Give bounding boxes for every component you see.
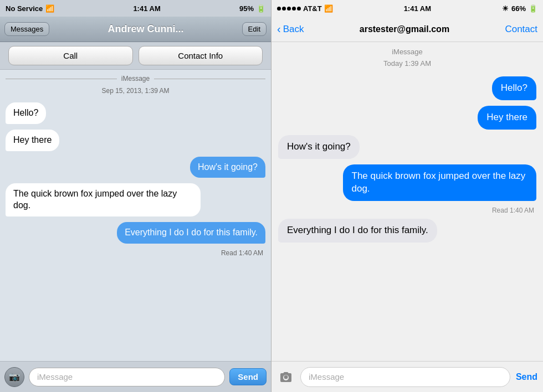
right-imessage-label: iMessage [278, 48, 536, 56]
dot-1 [277, 7, 281, 11]
right-time: 1:41 AM [404, 4, 431, 13]
left-message-row-5: Everything I do I do for this family. [6, 222, 265, 244]
contact-button-right[interactable]: Contact [505, 24, 537, 35]
right-bubble-1: Hello? [492, 76, 536, 100]
chevron-left-icon: ‹ [277, 23, 281, 35]
back-label: Back [283, 24, 304, 35]
dot-4 [292, 7, 296, 11]
right-bubble-4: The quick brown fox jumped over the lazy… [343, 164, 537, 201]
right-message-row-4: The quick brown fox jumped over the lazy… [278, 164, 536, 201]
call-button[interactable]: Call [8, 46, 133, 65]
edit-button-left[interactable]: Edit [242, 22, 267, 36]
right-contact-email: arstester@gmail.com [360, 24, 449, 34]
left-contact-name: Andrew Cunni... [107, 23, 183, 35]
right-message-row-2: Hey there [278, 106, 536, 130]
left-status-left: No Service 📶 [6, 4, 54, 13]
left-bubble-1: Hello? [6, 102, 46, 124]
right-status-left: AT&T 📶 [277, 4, 333, 13]
dot-2 [282, 7, 286, 11]
right-read-status: Read 1:40 AM [278, 207, 534, 214]
right-input-bar: iMessage Send [272, 361, 543, 392]
left-bubble-2: Hey there [6, 130, 59, 151]
no-service-text: No Service [6, 4, 43, 13]
battery-icon-left: 🔋 [257, 4, 265, 13]
left-message-row-2: Hey there [6, 130, 265, 151]
wifi-icon-right: 📶 [324, 4, 333, 13]
right-bubble-5: Everything I do I do for this family. [278, 219, 437, 243]
left-phone: No Service 📶 1:41 AM 95% 🔋 Messages Andr… [0, 0, 272, 392]
signal-dots [277, 7, 301, 11]
left-bubble-4: The quick brown fox jumped over the lazy… [6, 183, 201, 216]
left-battery-text: 95% [239, 4, 254, 13]
left-timestamp: Sep 15, 2013, 1:39 AM [6, 87, 265, 95]
wifi-icon-left: 📶 [45, 4, 54, 13]
left-action-bar: Call Contact Info [0, 42, 271, 70]
right-timestamp: Today 1:39 AM [278, 59, 536, 68]
left-status-bar: No Service 📶 1:41 AM 95% 🔋 [0, 0, 271, 17]
left-message-row-1: Hello? [6, 102, 265, 124]
back-button-right[interactable]: ‹ Back [277, 23, 304, 35]
right-nav-bar: ‹ Back arstester@gmail.com Contact [272, 17, 543, 42]
battery-icon-right: 🔋 [529, 4, 537, 13]
right-battery-text: 66% [511, 4, 526, 13]
messages-back-button[interactable]: Messages [4, 22, 49, 36]
camera-icon [279, 370, 293, 384]
left-messages-area: iMessage Sep 15, 2013, 1:39 AM Hello? He… [0, 70, 271, 361]
left-bubble-3: How's it going? [190, 157, 265, 178]
right-phone: AT&T 📶 1:41 AM ☀ 66% 🔋 ‹ Back arstester@… [272, 0, 543, 392]
left-read-status: Read 1:40 AM [6, 249, 263, 257]
right-message-input[interactable]: iMessage [300, 367, 510, 387]
left-bubble-5: Everything I do I do for this family. [117, 222, 265, 244]
right-message-row-5: Everything I do I do for this family. [278, 219, 536, 243]
right-status-right: ☀ 66% 🔋 [502, 4, 537, 13]
left-message-row-3: How's it going? [6, 157, 265, 178]
right-bubble-2: Hey there [478, 106, 536, 130]
camera-button-right[interactable] [277, 368, 295, 386]
left-message-row-4: The quick brown fox jumped over the lazy… [6, 183, 265, 216]
camera-button-left[interactable]: 📷 [4, 367, 24, 387]
left-input-bar: 📷 iMessage Send [0, 361, 271, 392]
right-message-row-1: Hello? [278, 76, 536, 100]
left-status-right: 95% 🔋 [239, 4, 265, 13]
right-bubble-3: How's it going? [278, 135, 360, 159]
dot-3 [287, 7, 291, 11]
contact-info-button[interactable]: Contact Info [139, 46, 263, 65]
left-time: 1:41 AM [133, 4, 160, 13]
left-nav-bar: Messages Andrew Cunni... Edit [0, 17, 271, 42]
right-message-row-3: How's it going? [278, 135, 536, 159]
dot-5 [297, 7, 301, 11]
left-imessage-label: iMessage [6, 75, 265, 82]
brightness-icon: ☀ [502, 4, 509, 13]
send-button-right[interactable]: Send [516, 372, 537, 382]
left-message-input[interactable]: iMessage [29, 368, 225, 386]
carrier-text: AT&T [303, 4, 322, 13]
right-messages-area: iMessage Today 1:39 AM Hello? Hey there … [272, 42, 543, 361]
send-button-left[interactable]: Send [229, 368, 267, 385]
right-status-bar: AT&T 📶 1:41 AM ☀ 66% 🔋 [272, 0, 543, 17]
